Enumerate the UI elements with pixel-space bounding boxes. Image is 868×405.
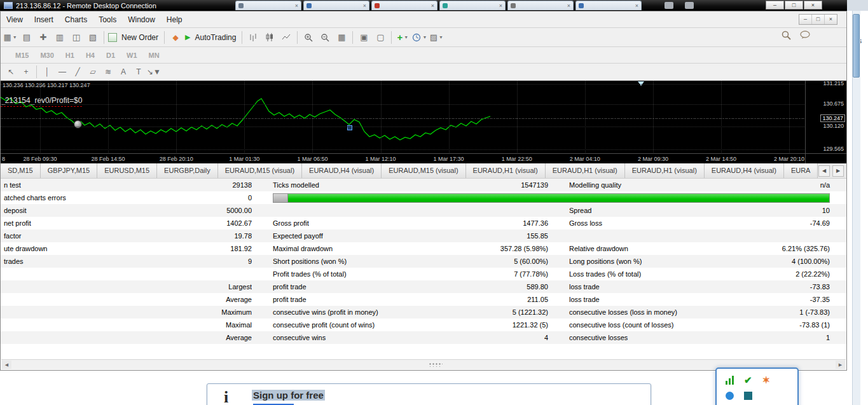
browser-tab[interactable]: × [303,1,369,10]
chart-tab[interactable]: EURAUD,M15 (visual) [218,163,302,178]
chart-tab[interactable]: EURAUD,H4 (visual) [705,163,784,178]
track-chart-button[interactable]: ▢ [373,30,388,45]
scroll-right-icon[interactable]: ▶ [836,360,845,369]
scrollbar-thumb[interactable] [853,14,860,78]
autotrading-button[interactable]: ▶ AutoTrading [184,30,238,45]
chart-tab[interactable]: SD,M15 [1,163,41,178]
tile-windows-button[interactable]: ▦ [334,30,349,45]
chart-tab[interactable]: EURGBP,Daily [157,163,218,178]
new-order-button[interactable]: New Order [107,30,161,45]
chart-plot-area[interactable]: 130.236 130.256 130.217 130.247 _213154_… [1,81,807,154]
circle-icon[interactable] [726,392,734,400]
tab-close-icon[interactable]: × [431,3,434,9]
tab-close-icon[interactable]: × [635,3,638,9]
check-icon[interactable]: ✔ [744,374,752,386]
horizontal-line-button[interactable]: — [55,65,69,78]
chart-tab[interactable]: EURAUD,H1 (visual) [546,163,625,178]
bar-chart-icon[interactable] [726,376,734,385]
channel-button[interactable]: ▱ [86,65,100,78]
community-widget[interactable]: ✔ ✶ [715,367,799,405]
price-scale[interactable]: 131.215130.675130.247130.120129.565 [805,81,846,154]
candlestick-chart-button[interactable] [262,30,277,45]
mdi-restore-button[interactable]: □ [811,15,824,24]
browser-tab[interactable]: × [439,1,506,10]
close-button[interactable]: × [804,1,822,10]
timeframe-h1[interactable]: H1 [60,48,80,63]
scroll-left-icon[interactable]: ◀ [2,360,11,369]
chart-tab[interactable]: EURAUD,H1 (visual) [466,163,546,178]
chart-tab[interactable]: EURAUD,H1 (visual) [625,163,705,178]
tab-close-icon[interactable]: × [295,3,298,9]
menu-item-charts[interactable]: Charts [59,12,93,27]
timeframe-m15[interactable]: M15 [10,48,34,63]
menu-item-insert[interactable]: Insert [29,12,59,27]
text-button[interactable]: A [116,65,130,78]
timeframe-w1[interactable]: W1 [121,48,143,63]
terminal-button[interactable]: ▧ [85,30,100,45]
maximize-button[interactable]: □ [785,1,803,10]
menu-item-view[interactable]: View [1,12,29,27]
browser-tab[interactable]: × [235,1,301,10]
tab-close-icon[interactable]: × [363,3,366,9]
scroll-right-icon[interactable]: ▶ [832,165,844,177]
arrows-button[interactable]: ↘▼ [147,65,161,78]
templates-button[interactable]: ▨▼ [429,30,444,45]
bar-chart-button[interactable] [245,30,261,45]
chat-icon[interactable] [800,31,811,39]
chart-tab[interactable]: EURAUD,M15 (visual) [382,163,465,178]
scroll-left-icon[interactable]: ◀ [818,165,830,177]
price-label: 130.120 [823,123,844,129]
report-label: Gross loss [548,217,739,230]
timeframe-mn[interactable]: MN [143,48,165,63]
tab-close-icon[interactable]: × [567,3,570,9]
timeframe-h4[interactable]: H4 [80,48,100,63]
menu-items: ViewInsertChartsToolsWindowHelp [1,12,188,27]
zoom-in-button[interactable] [301,30,316,45]
time-axis[interactable]: 8 28 Feb 09:3028 Feb 14:5028 Feb 20:101 … [1,153,807,163]
fibonacci-button[interactable]: ≋ [101,65,115,78]
profiles-button[interactable]: ▤ [19,30,34,45]
rdp-titlebar[interactable]: 213.136.86.12 - Remote Desktop Connectio… [0,0,847,11]
quality-bar-gray-segment [273,194,288,202]
chart-tab[interactable]: EURA [784,163,818,178]
crosshair-button[interactable]: + [19,65,33,78]
time-label: 28 Feb 14:50 [86,156,130,162]
line-chart-button[interactable] [279,30,294,45]
indicators-button[interactable]: +▼ [395,30,410,45]
chart-tab[interactable]: EURAUD,H4 (visual) [302,163,382,178]
data-window-button[interactable]: ▥ [52,30,67,45]
expert-advisors-button[interactable]: ◆ [168,30,183,45]
scrollbar-grip[interactable] [429,362,443,367]
market-watch-button[interactable]: ✚ [36,30,51,45]
browser-tab[interactable]: × [575,1,642,10]
menu-item-tools[interactable]: Tools [93,12,122,27]
new-chart-button[interactable]: ▦▼ [3,30,18,45]
trendline-button[interactable]: ╱ [71,65,85,78]
cursor-button[interactable]: ↖ [4,65,18,78]
tab-close-icon[interactable]: × [499,3,502,9]
report-label: Loss trades (% of total) [548,268,739,280]
chart-tab[interactable]: EURUSD,M15 [97,163,157,178]
mdi-minimize-button[interactable]: – [799,15,811,24]
mdi-close-button[interactable]: × [824,15,837,24]
price-chart[interactable]: 130.236 130.256 130.217 130.247 _213154_… [1,81,846,163]
menu-item-window[interactable]: Window [122,12,161,27]
search-icon[interactable] [782,31,791,40]
chart-tab[interactable]: GBPJPY,M15 [41,163,97,178]
minimize-button[interactable]: – [766,1,784,10]
text-label-button[interactable]: T [132,65,146,78]
browser-tab[interactable]: × [507,1,574,10]
report-label [1,331,161,344]
v-gridline [40,81,41,154]
auto-arrange-button[interactable]: ▣ [356,30,371,45]
timeframe-d1[interactable]: D1 [100,48,121,63]
browser-tab[interactable]: × [371,1,437,10]
menu-item-help[interactable]: Help [161,12,188,27]
periods-button[interactable]: ▼ [411,30,427,45]
vertical-line-button[interactable]: │ [40,65,54,78]
zoom-out-button[interactable] [317,30,333,45]
star-icon[interactable]: ✶ [762,374,771,386]
timeframe-m30[interactable]: M30 [34,48,59,63]
square-icon[interactable] [744,392,752,400]
navigator-button[interactable]: ◫ [69,30,84,45]
